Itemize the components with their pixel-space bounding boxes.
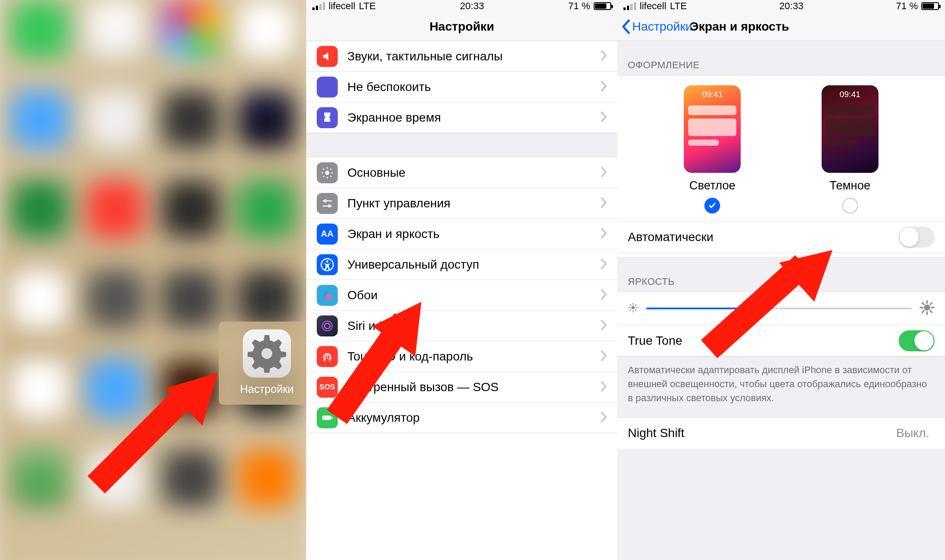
chevron-right-icon <box>601 259 607 271</box>
svg-point-17 <box>631 306 635 309</box>
svg-point-6 <box>328 205 330 207</box>
dnd-icon <box>317 77 338 98</box>
toggle-automatic[interactable] <box>899 227 934 248</box>
appearance-option-dark[interactable]: 09:41 Темное <box>822 85 878 214</box>
row-label: Touch ID и код-пароль <box>347 350 601 364</box>
truetone-label: True Tone <box>628 334 682 348</box>
page-title: Экран и яркость <box>690 20 789 34</box>
chevron-right-icon <box>601 228 607 240</box>
battery-pct: 71 % <box>896 0 918 12</box>
appearance-option-light[interactable]: 09:41 Светлое <box>684 85 741 214</box>
chevron-right-icon <box>601 320 607 332</box>
section-separator <box>306 133 617 158</box>
row-label: Аккумулятор <box>347 411 601 425</box>
sos-icon: SOS <box>317 377 338 398</box>
settings-row[interactable]: Звуки, тактильные сигналы <box>306 41 617 72</box>
chevron-right-icon <box>601 81 607 93</box>
network-label: LTE <box>670 0 687 12</box>
chevron-right-icon <box>601 381 607 393</box>
settings-row[interactable]: Siri и Поиск <box>306 311 617 341</box>
row-label: Siri и Поиск <box>347 319 601 333</box>
carrier-label: lifecell <box>329 0 355 12</box>
clock: 20:33 <box>779 0 803 12</box>
display-settings-pane: lifecell LTE 20:33 71 % Настройки Экран … <box>617 0 945 560</box>
radio-light[interactable] <box>704 198 720 214</box>
carrier-label: lifecell <box>640 0 666 12</box>
settings-list-pane: lifecell LTE 20:33 71 % Настройки Звуки,… <box>306 0 617 560</box>
svg-line-33 <box>922 311 924 312</box>
home-blur-layer <box>0 0 306 560</box>
svg-line-24 <box>630 310 631 311</box>
status-bar: lifecell LTE 20:33 71 % <box>306 0 617 12</box>
settings-row[interactable]: AAЭкран и яркость <box>306 219 617 249</box>
battery-icon <box>317 407 338 428</box>
settings-row[interactable]: Основные <box>306 158 617 188</box>
dark-preview: 09:41 <box>822 85 878 173</box>
nav-bar: Настройки <box>306 12 617 41</box>
network-label: LTE <box>359 0 376 12</box>
row-label: Экран и яркость <box>347 227 601 241</box>
control-center-icon <box>317 193 338 214</box>
row-label: Основные <box>347 166 601 180</box>
svg-line-22 <box>630 304 631 305</box>
settings-row[interactable]: Обои <box>306 280 617 311</box>
radio-dark[interactable] <box>842 198 858 214</box>
brightness-slider-row <box>617 292 945 325</box>
brightness-slider[interactable] <box>646 308 912 309</box>
sun-min-icon <box>628 302 638 315</box>
light-label: Светлое <box>684 179 741 192</box>
automatic-label: Автоматически <box>628 230 714 244</box>
nightshift-value: Выкл. <box>896 426 929 440</box>
settings-row[interactable]: Аккумулятор <box>306 402 617 433</box>
section-header-brightness: ЯРКОСТЬ <box>617 258 945 292</box>
svg-point-13 <box>322 321 332 331</box>
settings-group-b: ОсновныеПункт управленияAAЭкран и яркост… <box>306 158 617 433</box>
settings-group-a: Звуки, тактильные сигналыНе беспокоитьЭк… <box>306 41 617 133</box>
row-nightshift[interactable]: Night Shift Выкл. <box>617 417 945 449</box>
settings-row[interactable]: Экранное время <box>306 102 617 133</box>
settings-row[interactable]: Универсальный доступ <box>306 249 617 280</box>
row-automatic[interactable]: Автоматически <box>617 221 945 253</box>
svg-rect-15 <box>322 416 331 420</box>
row-truetone[interactable]: True Tone <box>617 325 945 357</box>
back-button[interactable]: Настройки <box>622 12 692 41</box>
row-label: Обои <box>347 288 601 302</box>
svg-point-1 <box>262 348 273 359</box>
siri-icon <box>317 315 338 336</box>
svg-point-12 <box>326 294 332 300</box>
general-icon <box>317 162 338 183</box>
svg-rect-16 <box>332 416 333 419</box>
chevron-right-icon <box>601 412 607 424</box>
row-label: Пункт управления <box>347 196 601 210</box>
svg-line-31 <box>922 303 924 304</box>
settings-row[interactable]: Touch ID и код-пароль <box>306 341 617 372</box>
signal-icon <box>623 2 636 10</box>
chevron-right-icon <box>601 112 607 124</box>
truetone-footer: Автоматически адаптировать дисплей iPhon… <box>617 357 945 417</box>
toggle-truetone[interactable] <box>899 330 934 351</box>
nav-bar: Настройки Экран и яркость <box>617 12 945 41</box>
row-label: Универсальный доступ <box>347 258 601 272</box>
row-label: Не беспокоить <box>347 80 601 94</box>
chevron-right-icon <box>601 167 607 179</box>
back-label: Настройки <box>632 20 692 34</box>
settings-app-icon[interactable]: Настройки <box>219 322 306 405</box>
chevron-right-icon <box>601 197 607 210</box>
settings-row[interactable]: SOSЭкстренный вызов — SOS <box>306 372 617 402</box>
svg-line-34 <box>930 303 932 304</box>
screentime-icon <box>317 107 338 128</box>
row-label: Экстренный вызов — SOS <box>347 380 601 394</box>
section-header-appearance: ОФОРМЛЕНИЕ <box>617 41 945 75</box>
light-preview: 09:41 <box>684 85 741 173</box>
settings-row[interactable]: Пункт управления <box>306 188 617 219</box>
battery-icon <box>921 2 939 10</box>
chevron-right-icon <box>601 350 607 363</box>
page-title: Настройки <box>430 20 494 34</box>
settings-row[interactable]: Не беспокоить <box>306 72 617 102</box>
battery-pct: 71 % <box>568 0 590 12</box>
dark-label: Темное <box>822 179 878 192</box>
chevron-right-icon <box>601 50 607 63</box>
sun-max-icon <box>920 300 934 317</box>
svg-point-3 <box>324 200 326 202</box>
svg-point-10 <box>326 260 329 262</box>
